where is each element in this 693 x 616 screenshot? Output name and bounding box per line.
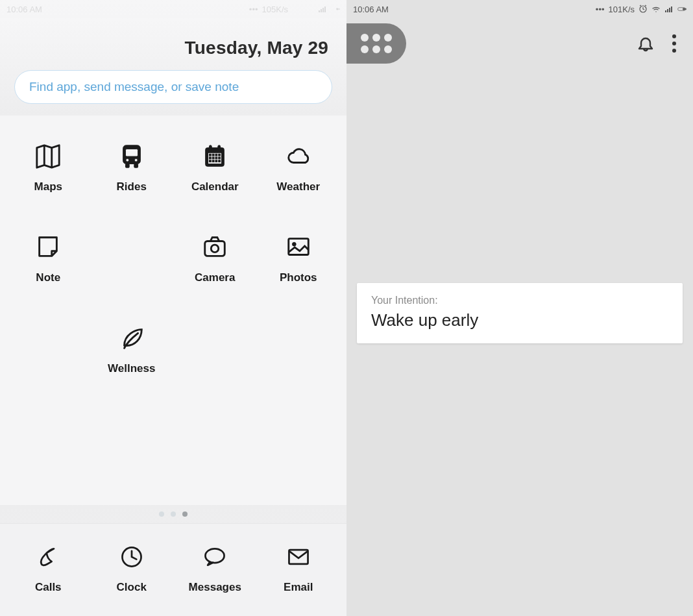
status-speed: 101K/s — [609, 5, 635, 14]
calendar-icon — [201, 142, 228, 171]
app-label: Rides — [117, 180, 147, 193]
app-camera[interactable]: Camera — [173, 232, 257, 284]
notifications-button[interactable] — [636, 32, 655, 55]
app-grid: MapsRidesCalendarWeatherNoteCameraPhotos… — [0, 116, 346, 505]
camera-icon — [201, 232, 228, 262]
map-icon — [34, 142, 62, 171]
screen-right: 10:06 AM ••• 101K/s Your Intention: Wake… — [346, 0, 693, 616]
more-icon: ••• — [249, 5, 258, 14]
page-indicator — [0, 505, 346, 523]
app-label: Photos — [280, 271, 317, 284]
phone-icon — [35, 542, 61, 572]
app-label: Wellness — [108, 362, 155, 375]
header-area: Tuesday, May 29 Find app, send message, … — [0, 18, 346, 116]
app-rides[interactable]: Rides — [90, 142, 174, 193]
app-drawer-button[interactable] — [346, 23, 406, 64]
status-time: 10:06 AM — [6, 5, 42, 14]
app-label: Camera — [195, 271, 235, 284]
more-icon: ••• — [596, 5, 605, 14]
app-clock[interactable]: Clock — [90, 542, 174, 594]
wifi-icon — [305, 5, 314, 14]
app-wellness[interactable]: Wellness — [90, 323, 174, 375]
bus-icon — [118, 142, 145, 171]
statusbar-right: 10:06 AM ••• 101K/s — [346, 0, 693, 18]
wifi-icon — [651, 5, 661, 14]
topbar — [346, 18, 693, 69]
clock-icon — [119, 542, 145, 572]
app-note[interactable]: Note — [6, 232, 90, 284]
battery-icon — [677, 5, 687, 14]
alarm-icon — [292, 5, 301, 14]
status-time: 10:06 AM — [353, 5, 389, 14]
signal-icon — [318, 5, 327, 14]
page-dot[interactable] — [159, 511, 164, 517]
note-icon — [34, 232, 62, 262]
cloud-icon — [285, 142, 312, 171]
leaf-icon — [118, 323, 145, 353]
page-dot[interactable] — [182, 511, 188, 517]
app-label: Email — [284, 581, 313, 594]
app-email[interactable]: Email — [257, 542, 341, 594]
app-weather[interactable]: Weather — [257, 142, 341, 193]
app-calendar[interactable]: Calendar — [173, 142, 257, 193]
app-label: Maps — [34, 180, 62, 193]
page-dot[interactable] — [171, 511, 176, 517]
app-label: Calls — [35, 581, 62, 594]
app-maps[interactable]: Maps — [6, 142, 90, 193]
overflow-menu-button[interactable] — [670, 32, 679, 55]
app-calls[interactable]: Calls — [6, 542, 90, 594]
search-input[interactable]: Find app, send message, or save note — [14, 70, 332, 104]
app-label: Calendar — [191, 180, 239, 193]
intention-text: Wake up early — [371, 310, 668, 330]
app-label: Note — [36, 271, 60, 284]
photo-icon — [285, 232, 312, 262]
statusbar-left: 10:06 AM ••• 105K/s — [0, 0, 346, 18]
app-photos[interactable]: Photos — [257, 232, 341, 284]
mail-icon — [286, 542, 311, 572]
dock: CallsClockMessagesEmail — [0, 523, 346, 616]
app-messages[interactable]: Messages — [173, 542, 257, 594]
app-label: Messages — [189, 581, 241, 594]
chat-icon — [202, 542, 228, 572]
status-speed: 105K/s — [262, 5, 288, 14]
intention-card[interactable]: Your Intention: Wake up early — [357, 283, 683, 343]
battery-icon — [331, 5, 340, 14]
intention-title: Your Intention: — [371, 295, 668, 306]
alarm-icon — [638, 5, 648, 14]
screen-left: 10:06 AM ••• 105K/s Tuesday, May 29 Find… — [0, 0, 346, 616]
date-display: Tuesday, May 29 — [14, 38, 328, 58]
signal-icon — [664, 5, 674, 14]
app-label: Weather — [276, 180, 320, 193]
app-label: Clock — [117, 581, 147, 594]
